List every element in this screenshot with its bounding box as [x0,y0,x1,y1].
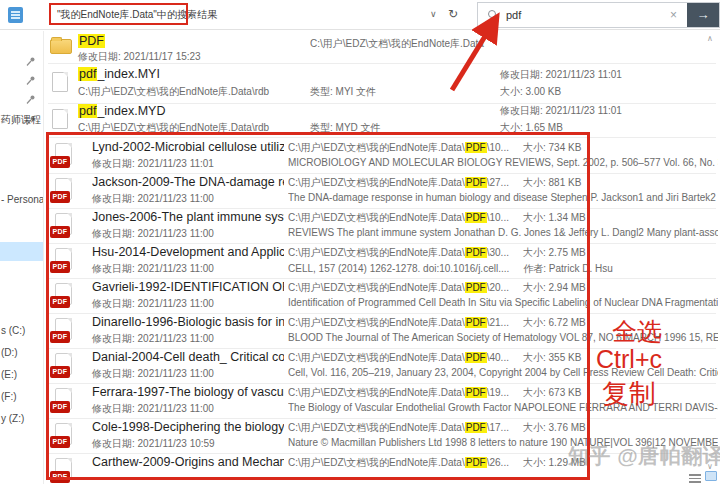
file-path: C:\用户\EDZ\文档\我的EndNote库.Data\ [288,457,465,468]
file-size: 大小: 1.34 MB [523,212,586,223]
file-summary-line [288,472,718,483]
file-summary: REVIEWS The plant immune system Jonathan… [288,227,718,238]
pdf-file-row[interactable]: PDF Cole-1998-Deciphering the biology o.… [48,419,716,454]
modified-date: 修改日期: 2021/11/23 11:00 [92,367,214,381]
file-path-suffix: \10... [487,142,509,153]
file-summary: MICROBIOLOGY AND MOLECULAR BIOLOGY REVIE… [288,157,718,168]
file-path-suffix: \20... [487,282,509,293]
file-size: 大小: 1.65 MB [500,121,563,135]
file-path-highlight: PDF [465,457,487,468]
modified-date: 修改日期: 2021/11/23 11:00 [92,297,214,311]
pdf-file-icon: PDF [50,143,72,169]
file-path: C:\用户\EDZ\文档\我的EndNote库.Data\ [288,247,465,258]
file-path-suffix: \21... [487,317,509,328]
sidebar-item-drive-d[interactable]: (D:) [1,347,18,358]
file-path-suffix: \10... [487,212,509,223]
file-path-suffix: \19... [487,387,509,398]
file-summary: BLOOD The Journal of The American Societ… [288,332,718,343]
thumbnail-view-icon[interactable] [705,471,717,481]
modified-date: 修改日期: 2021/11/23 11:00 [92,332,214,346]
pdf-file-row[interactable]: PDF Hsu-2014-Development and Applicat...… [48,244,716,279]
sidebar-item-pinned-folder[interactable]: 药师课程 [1,113,41,127]
result-name: Jackson-2009-The DNA-damage resp... [92,175,284,189]
file-path-highlight: PDF [465,177,487,188]
pdf-file-icon: PDF [50,458,72,484]
sidebar-item-drive-f[interactable]: (F:) [1,391,17,402]
modified-date: 修改日期: 2021/11/23 11:01 [92,157,214,171]
file-path-highlight: PDF [465,387,487,398]
file-path: C:\用户\EDZ\文档\我的EndNote库.Data\rdb [78,85,269,99]
result-name: _index.MYD [97,104,165,118]
file-summary-line: The Biology of Vascular Endothelial Grow… [288,402,718,413]
breadcrumb-chevron-icon[interactable]: › [192,7,196,19]
file-path: C:\用户\EDZ\文档\我的EndNote库.Data\ [288,212,465,223]
result-row-myi[interactable]: pdf_index.MYI C:\用户\EDZ\文档\我的EndNote库.Da… [48,64,716,104]
file-size: 大小: 881 KB [523,177,581,188]
file-path: C:\用户\EDZ\文档\我的EndNote库.Data\ [288,177,465,188]
file-path-highlight: PDF [465,212,487,223]
sidebar-item-drive-z[interactable]: y (Z:) [1,413,24,424]
result-name: Dinarello-1996-Biologic basis for inte..… [92,315,284,329]
pdf-file-row[interactable]: PDF Lynd-2002-Microbial cellulose utiliz… [48,139,716,174]
modified-date: 修改日期: 2021/11/23 11:00 [92,402,214,416]
file-size: 大小: 2.94 MB [523,282,586,293]
scrollbar-up-icon[interactable]: ∧ [703,34,717,43]
pdf-file-icon: PDF [50,178,72,204]
address-bar-document-icon [8,7,23,23]
result-name: Ferrara-1997-The biology of vascular ... [92,385,284,399]
pdf-file-row[interactable]: PDF Ferrara-1997-The biology of vascular… [48,384,716,419]
file-path-line: C:\用户\EDZ\文档\我的EndNote库.Data\PDF\30...大小… [288,246,718,260]
pin-icon [26,75,37,86]
pdf-file-icon: PDF [50,283,72,309]
clear-search-icon[interactable]: × [670,8,677,22]
search-input[interactable] [504,5,654,25]
file-explorer-window: "我的EndNote库.Data"中的搜索结果 › ∨ ↻ × → 药师课程 -… [0,0,720,484]
file-summary-line: MICROBIOLOGY AND MOLECULAR BIOLOGY REVIE… [288,157,718,168]
file-icon [52,72,68,92]
address-dropdown-icon[interactable]: ∨ [430,9,437,19]
pin-icon [26,56,37,67]
sidebar-selected-item-highlight[interactable] [0,242,44,261]
file-type: 类型: MYD 文件 [310,121,381,135]
file-summary: Cell, Vol. 116, 205–219, January 23, 200… [288,367,718,378]
file-size: 大小: 673 KB [523,387,581,398]
result-name: PDF [78,34,105,48]
file-path-suffix: \17... [487,422,509,433]
search-go-button[interactable]: → [687,3,719,27]
navigation-pane: 药师课程 - Persona s (C:) (D:) (E:) (F:) y (… [0,31,44,484]
pdf-file-row[interactable]: PDF Carthew-2009-Origins and Mechanis...… [48,454,716,484]
file-summary: The DNA-damage response in human biology… [288,192,718,203]
refresh-icon[interactable]: ↻ [448,7,458,21]
file-path-suffix: \40... [487,352,509,363]
sidebar-item-drive-e[interactable]: (E:) [1,369,17,380]
pdf-file-icon: PDF [50,353,72,379]
pdf-file-row[interactable]: PDF Gavrieli-1992-IDENTIFICATION OF PR..… [48,279,716,314]
pdf-file-row[interactable]: PDF Jones-2006-The plant immune syste...… [48,209,716,244]
details-view-icon[interactable] [689,472,701,481]
result-name: Gavrieli-1992-IDENTIFICATION OF PR... [92,280,284,294]
scrollbar-down-icon[interactable]: ∨ [703,462,717,471]
search-box[interactable]: × → [477,2,720,28]
pdf-file-icon: PDF [50,248,72,274]
file-path-line: C:\用户\EDZ\文档\我的EndNote库.Data\PDF\10...大小… [288,141,718,155]
file-icon [52,109,68,129]
file-path-suffix: \26... [487,457,509,468]
file-path: C:\用户\EDZ\文档\我的EndNote库.Data\ [288,317,465,328]
result-row-myd[interactable]: pdf_index.MYD C:\用户\EDZ\文档\我的EndNote库.Da… [48,104,716,138]
file-size: 大小: 3.76 MB [523,422,586,433]
file-author: 作者: Patrick D. Hsu [523,263,612,274]
file-summary-line: Nature © Macmillan Publishers Ltd 1998 8… [288,437,718,448]
file-path-highlight: PDF [465,142,487,153]
modified-date: 修改日期: 2021/11/23 11:00 [92,227,214,241]
file-path-line: C:\用户\EDZ\文档\我的EndNote库.Data\PDF\21...大小… [288,316,718,330]
file-path-highlight: PDF [465,317,487,328]
sidebar-item-onedrive[interactable]: - Persona [1,194,44,205]
pdf-file-row[interactable]: PDF Dinarello-1996-Biologic basis for in… [48,314,716,349]
pdf-file-row[interactable]: PDF Jackson-2009-The DNA-damage resp... … [48,174,716,209]
pdf-file-row[interactable]: PDF Danial-2004-Cell death_ Critical con… [48,349,716,384]
sidebar-item-drive-c[interactable]: s (C:) [1,325,25,336]
modified-date: 修改日期: 2021/11/23 11:00 [92,262,214,276]
file-path: C:\用户\EDZ\文档\我的EndNote库.Data\ [288,387,465,398]
file-type: 类型: MYI 文件 [310,85,376,99]
result-row-pdf-folder[interactable]: PDF 修改日期: 2021/11/17 15:23 C:\用户\EDZ\文档\… [48,33,716,64]
